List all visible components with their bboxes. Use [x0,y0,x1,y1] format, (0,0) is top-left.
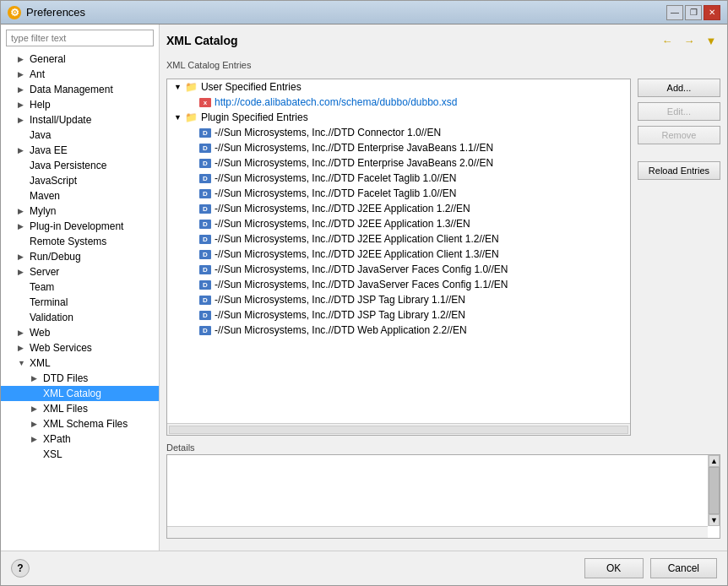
sidebar-item-java-ee[interactable]: ▶Java EE [1,143,159,158]
sidebar-item-java-persistence[interactable]: Java Persistence [1,158,159,173]
catalog-item-dtd-facelet10b[interactable]: D-//Sun Microsystems, Inc.//DTD Facelet … [167,186,630,201]
sidebar-item-xml-files[interactable]: ▶XML Files [1,401,159,416]
details-vertical-scrollbar[interactable]: ▲ ▼ [708,455,720,526]
sidebar-item-xsl[interactable]: XSL [1,447,159,462]
sidebar-item-server[interactable]: ▶Server [1,264,159,279]
xsd-icon: x [199,98,211,107]
catalog-item-dtd-connector[interactable]: D-//Sun Microsystems, Inc.//DTD Connecto… [167,125,630,140]
tree-arrow: ▶ [18,70,26,79]
sidebar-item-label: Java EE [30,144,68,156]
catalog-item-plugin-specified[interactable]: ▼📁Plugin Specified Entries [167,110,630,125]
sidebar-item-label: XML Catalog [43,388,101,399]
sidebar-item-label: Data Management [30,84,113,95]
edit-button[interactable]: Edit... [638,102,720,121]
entries-label: XML Catalog Entries [166,60,720,70]
dropdown-icon-button[interactable]: ▼ [702,31,720,50]
sidebar-item-dtd-files[interactable]: ▶DTD Files [1,371,159,386]
catalog-item-dtd-webapp22[interactable]: D-//Sun Microsystems, Inc.//DTD Web Appl… [167,323,630,338]
help-button[interactable]: ? [11,559,30,578]
sidebar-item-label: Install/Update [30,114,91,126]
sidebar-item-label: Remote Systems [30,236,106,247]
sidebar-item-label: Ant [30,68,45,80]
catalog-item-dtd-j2ee-client12[interactable]: D-//Sun Microsystems, Inc.//DTD J2EE App… [167,231,630,247]
sidebar-item-label: XML Files [43,403,88,415]
forward-icon-button[interactable]: → [680,31,698,50]
sidebar-item-web-services[interactable]: ▶Web Services [1,340,159,355]
scroll-down-arrow[interactable]: ▼ [709,514,720,526]
catalog-scroll-area[interactable]: ▼📁User Specified Entriesxhttp://code.ali… [167,79,630,423]
cancel-button[interactable]: Cancel [650,558,717,578]
catalog-item-label: -//Sun Microsystems, Inc.//DTD JSP Tag L… [215,309,465,321]
catalog-item-label: -//Sun Microsystems, Inc.//DTD Enterpris… [215,157,493,169]
sidebar-item-java[interactable]: Java [1,128,159,143]
tree-arrow: ▶ [31,404,40,413]
catalog-item-dtd-jsp12[interactable]: D-//Sun Microsystems, Inc.//DTD JSP Tag … [167,307,630,323]
dtd-icon: D [199,326,211,335]
catalog-item-dtd-ejb20[interactable]: D-//Sun Microsystems, Inc.//DTD Enterpri… [167,155,630,171]
sidebar-item-label: Web Services [30,342,92,354]
catalog-item-dtd-facelet10[interactable]: D-//Sun Microsystems, Inc.//DTD Facelet … [167,171,630,186]
sidebar-item-label: Plug-in Development [30,220,123,232]
restore-button[interactable]: ❐ [685,5,702,20]
details-horizontal-scrollbar[interactable] [167,526,708,538]
tree-arrow: ▶ [18,344,26,352]
add-button[interactable]: Add... [638,79,720,97]
minimize-button[interactable]: — [666,5,683,20]
catalog-item-dtd-jsf10[interactable]: D-//Sun Microsystems, Inc.//DTD JavaServ… [167,262,630,277]
scroll-thumb[interactable] [709,467,720,514]
window-controls: — ❐ ✕ [666,5,720,20]
catalog-item-dtd-jsp11[interactable]: D-//Sun Microsystems, Inc.//DTD JSP Tag … [167,292,630,307]
sidebar-item-web[interactable]: ▶Web [1,325,159,340]
sidebar-item-javascript[interactable]: JavaScript [1,173,159,188]
dtd-icon: D [199,220,211,229]
sidebar-item-run-debug[interactable]: ▶Run/Debug [1,249,159,264]
catalog-item-dtd-j2ee12[interactable]: D-//Sun Microsystems, Inc.//DTD J2EE App… [167,201,630,216]
content-area: XML Catalog ← → ▼ XML Catalog Entries ▼📁… [160,24,727,551]
sidebar-item-xml-schema-files[interactable]: ▶XML Schema Files [1,416,159,431]
scroll-up-arrow[interactable]: ▲ [709,455,720,467]
sidebar-item-label: Java Persistence [30,160,106,171]
sidebar-item-label: XML Schema Files [43,418,128,430]
sidebar-item-xml[interactable]: ▼XML [1,355,159,371]
catalog-item-dtd-ejb11[interactable]: D-//Sun Microsystems, Inc.//DTD Enterpri… [167,140,630,155]
catalog-item-label: -//Sun Microsystems, Inc.//DTD J2EE Appl… [215,233,499,245]
sidebar-item-help[interactable]: ▶Help [1,97,159,112]
sidebar-item-terminal[interactable]: Terminal [1,295,159,310]
catalog-item-user-specified[interactable]: ▼📁User Specified Entries [167,79,630,95]
sidebar-item-remote-systems[interactable]: Remote Systems [1,234,159,249]
sidebar-item-install-update[interactable]: ▶Install/Update [1,112,159,128]
sidebar-item-validation[interactable]: Validation [1,310,159,325]
dtd-icon: D [199,159,211,168]
sidebar-item-xml-catalog[interactable]: XML Catalog [1,386,159,401]
sidebar-item-general[interactable]: ▶General [1,52,159,67]
ok-button[interactable]: OK [584,558,644,578]
dtd-icon: D [199,235,211,244]
catalog-item-dtd-jsf11[interactable]: D-//Sun Microsystems, Inc.//DTD JavaServ… [167,277,630,292]
sidebar-item-maven[interactable]: Maven [1,188,159,203]
sidebar-item-plugin-development[interactable]: ▶Plug-in Development [1,219,159,234]
catalog-and-buttons: ▼📁User Specified Entriesxhttp://code.ali… [166,79,720,436]
sidebar-item-ant[interactable]: ▶Ant [1,67,159,82]
catalog-item-dtd-j2ee13[interactable]: D-//Sun Microsystems, Inc.//DTD J2EE App… [167,216,630,231]
dtd-icon: D [199,144,211,153]
catalog-item-dtd-j2ee-client13[interactable]: D-//Sun Microsystems, Inc.//DTD J2EE App… [167,247,630,262]
sidebar-item-xpath[interactable]: ▶XPath [1,431,159,447]
sidebar-item-data-management[interactable]: ▶Data Management [1,82,159,97]
catalog-item-label: http://code.alibabatech.com/schema/dubbo… [215,96,458,108]
catalog-entries-box: ▼📁User Specified Entriesxhttp://code.ali… [166,79,631,436]
catalog-item-alibabatech[interactable]: xhttp://code.alibabatech.com/schema/dubb… [167,95,630,110]
sidebar-item-label: General [30,53,66,65]
close-button[interactable]: ✕ [704,5,720,20]
reload-entries-button[interactable]: Reload Entries [638,161,720,180]
catalog-item-label: -//Sun Microsystems, Inc.//DTD Connector… [215,127,441,138]
sidebar-item-label: JavaScript [30,175,77,187]
back-icon-button[interactable]: ← [658,31,676,50]
sidebar-item-mylyn[interactable]: ▶Mylyn [1,203,159,219]
catalog-item-label: Plugin Specified Entries [201,111,308,123]
horizontal-scrollbar[interactable] [167,423,630,435]
details-box: ▲ ▼ [166,454,720,539]
search-input[interactable] [6,30,154,46]
remove-button[interactable]: Remove [638,126,720,144]
sidebar-item-team[interactable]: Team [1,279,159,295]
tree-arrow: ▶ [18,328,26,337]
